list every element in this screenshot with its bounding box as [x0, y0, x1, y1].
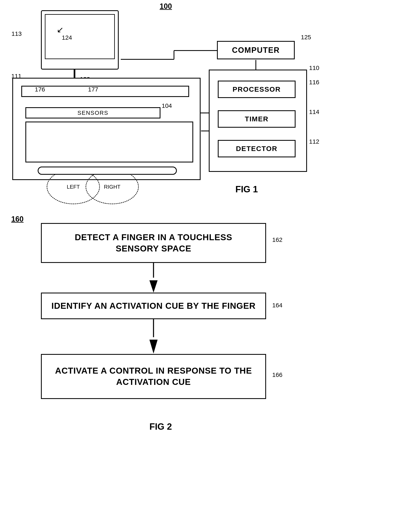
svg-marker-7	[150, 280, 158, 293]
ref-112: 112	[309, 138, 319, 145]
processor-box: PROCESSOR	[218, 81, 296, 98]
fig1-title: FIG 1	[235, 184, 258, 194]
monitor-cursor: ↙	[57, 25, 64, 34]
ref-125: 125	[301, 34, 311, 41]
computer-label: COMPUTER	[232, 46, 280, 55]
ref-114: 114	[309, 109, 319, 115]
detector-box: DETECTOR	[218, 140, 296, 157]
svg-marker-9	[150, 340, 158, 353]
flow-ref-164: 164	[272, 302, 282, 309]
computer-box: COMPUTER	[217, 41, 295, 59]
ref-110: 110	[309, 65, 319, 71]
ref-160: 160	[11, 215, 23, 223]
ref-104: 104	[162, 102, 172, 109]
touchpad-area: LEFT RIGHT	[25, 122, 193, 162]
device-bottom-bar	[38, 167, 177, 175]
sensors-label: SENSORS	[78, 110, 108, 116]
flow-box-2-label: IDENTIFY AN ACTIVATION CUE BY THE FINGER	[51, 300, 256, 312]
ref-100: 100	[160, 2, 172, 11]
monitor-frame: ↙ 124	[41, 10, 119, 70]
timer-label: TIMER	[245, 115, 269, 123]
flow-box-1-label: DETECT A FINGER IN A TOUCHLESSSENSORY SP…	[75, 232, 232, 254]
flow-box-1: DETECT A FINGER IN A TOUCHLESSSENSORY SP…	[41, 223, 266, 263]
monitor-screen: ↙ 124	[45, 14, 115, 59]
sensors-bar: SENSORS	[25, 107, 160, 118]
diagram-container: 100 ↙ 124 122 COMPUTER 125 PROCESSOR TIM…	[0, 0, 420, 515]
processor-label: PROCESSOR	[232, 85, 281, 93]
ref-116: 116	[309, 79, 319, 86]
left-label: LEFT	[67, 184, 80, 190]
system-box: PROCESSOR TIMER DETECTOR	[209, 70, 307, 172]
device-box: SENSORS LEFT RIGHT	[12, 78, 201, 180]
monitor-ref-124: 124	[62, 34, 72, 41]
flow-box-3: ACTIVATE A CONTROL IN RESPONSE TO THEACT…	[41, 354, 266, 399]
ref-113: 113	[11, 30, 22, 37]
timer-box: TIMER	[218, 110, 296, 128]
flow-ref-166: 166	[272, 371, 282, 378]
device-top-bar	[21, 86, 189, 97]
fig2-title: FIG 2	[150, 421, 172, 432]
flow-box-2: IDENTIFY AN ACTIVATION CUE BY THE FINGER	[41, 293, 266, 319]
ref-176: 176	[35, 86, 45, 93]
flow-ref-162: 162	[272, 236, 282, 243]
right-label: RIGHT	[104, 184, 120, 190]
ref-177: 177	[88, 86, 98, 93]
detector-label: DETECTOR	[236, 145, 277, 153]
flow-box-3-label: ACTIVATE A CONTROL IN RESPONSE TO THEACT…	[55, 365, 252, 388]
